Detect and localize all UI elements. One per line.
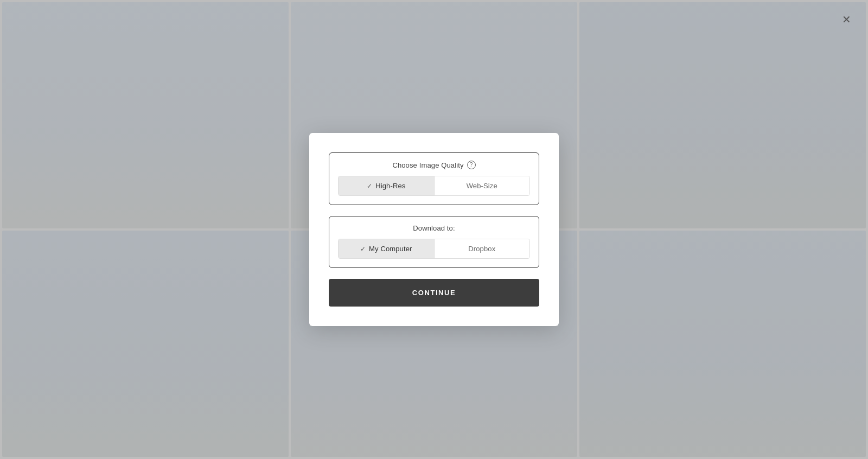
close-button[interactable]: ✕ — [838, 11, 855, 28]
dropbox-label: Dropbox — [468, 245, 495, 253]
web-size-label: Web-Size — [467, 182, 497, 190]
quality-toggle-row: ✓ High-Res Web-Size — [338, 176, 530, 196]
destination-option-my-computer[interactable]: ✓ My Computer — [339, 239, 434, 258]
high-res-label: High-Res — [375, 182, 405, 190]
destination-label-text: Download to: — [413, 224, 455, 232]
my-computer-label: My Computer — [369, 245, 412, 253]
close-icon: ✕ — [842, 13, 851, 26]
destination-section: Download to: ✓ My Computer Dropbox — [329, 216, 539, 268]
quality-label-text: Choose Image Quality — [392, 161, 463, 169]
quality-section: Choose Image Quality ? ✓ High-Res Web-Si… — [329, 152, 539, 205]
destination-section-label: Download to: — [338, 224, 530, 232]
continue-button[interactable]: CONTINUE — [329, 279, 539, 307]
modal-dialog: Choose Image Quality ? ✓ High-Res Web-Si… — [309, 133, 559, 326]
modal-wrapper: Choose Image Quality ? ✓ High-Res Web-Si… — [0, 0, 868, 459]
check-icon-high-res: ✓ — [367, 182, 372, 190]
check-icon-my-computer: ✓ — [360, 245, 366, 253]
destination-toggle-row: ✓ My Computer Dropbox — [338, 239, 530, 259]
quality-option-web-size[interactable]: Web-Size — [435, 176, 530, 195]
destination-option-dropbox[interactable]: Dropbox — [435, 239, 530, 258]
quality-option-high-res[interactable]: ✓ High-Res — [339, 176, 434, 195]
quality-section-label: Choose Image Quality ? — [338, 161, 530, 169]
help-icon[interactable]: ? — [467, 161, 476, 169]
